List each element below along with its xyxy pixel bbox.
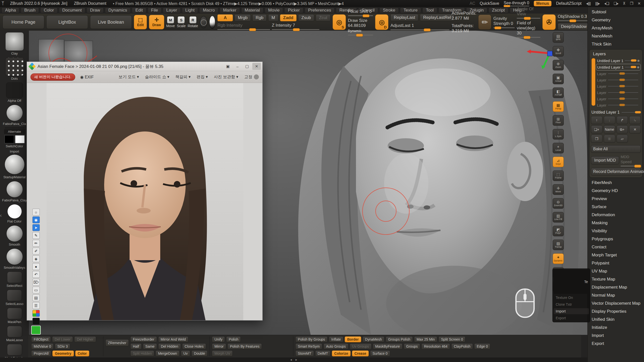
layer-branch-button[interactable]: ↳ bbox=[629, 116, 641, 124]
tool-palette-header[interactable]: Deformation bbox=[588, 211, 644, 219]
bottom-button[interactable]: Mirror And Weld bbox=[158, 336, 188, 342]
scroll-button[interactable]: ✥ Scroll bbox=[553, 46, 564, 57]
bottom-button[interactable]: Double bbox=[191, 350, 208, 356]
honeyview-window[interactable]: Asian Female Face > 2024-01-08 21 07 06.… bbox=[27, 62, 263, 321]
record-deformation-button[interactable]: Record Deformation Animation bbox=[591, 168, 641, 175]
tool-palette-header[interactable]: Geometry bbox=[588, 16, 644, 24]
ac-toggle[interactable]: AC bbox=[470, 1, 475, 6]
layer-row[interactable]: Layer ●◉ bbox=[596, 71, 641, 77]
bottom-button[interactable]: Unify bbox=[212, 336, 225, 342]
live-boolean-button[interactable]: Live Boolean bbox=[90, 15, 132, 29]
tool-palette-header[interactable]: Polygroups bbox=[588, 235, 644, 243]
brush-selectrect-thumb[interactable]: SelectRect bbox=[7, 272, 22, 288]
material-fabiopaiva-thumb[interactable]: FabioPaiva_Clay bbox=[2, 181, 27, 202]
tool-palette-header[interactable]: Morph Target bbox=[588, 251, 644, 259]
bpr-button[interactable]: ▤ BPR bbox=[553, 32, 564, 43]
material-sphere-icon[interactable] bbox=[209, 16, 215, 29]
tool-palette-header[interactable]: Display Properties bbox=[588, 307, 644, 315]
menus-button[interactable]: Menus bbox=[534, 1, 552, 6]
bottom-button[interactable]: Split Screen 0 bbox=[438, 336, 465, 342]
gravity-strength-slider[interactable]: Gravity Strength 0 bbox=[493, 16, 515, 28]
texture-fabiopaiva-thumb[interactable]: FabioPaiva_Cla bbox=[3, 105, 26, 126]
dock-right-icon[interactable]: ❏▸ bbox=[614, 1, 618, 6]
texture-flyout-item[interactable]: Clone Txtr bbox=[554, 301, 589, 307]
dynamic-label[interactable]: Dynamic bbox=[348, 29, 361, 33]
bottom-button[interactable]: Del Hidden bbox=[158, 343, 181, 349]
bottom-button[interactable]: DynaMesh bbox=[363, 336, 384, 342]
tool-palette-header[interactable]: UV Map bbox=[588, 267, 644, 275]
field-of-view-slider[interactable]: Field of view(deg) 30 bbox=[517, 21, 540, 38]
tray-divider-left-icon[interactable]: ◂|||| bbox=[586, 1, 591, 6]
tool-palette-header[interactable]: FiberMesh bbox=[588, 179, 644, 187]
menu-item[interactable]: File bbox=[148, 8, 162, 13]
menu-item[interactable]: Material bbox=[241, 8, 263, 13]
layer-name-slider[interactable]: Untitled Layer 1 bbox=[591, 110, 640, 115]
pencil-icon[interactable]: ✏ bbox=[32, 240, 40, 247]
layer-folder-button[interactable]: ▱ bbox=[617, 135, 628, 143]
alternate-button[interactable]: Alternate bbox=[4, 129, 25, 134]
bottom-button[interactable]: StoreMT bbox=[295, 350, 314, 356]
lightbox-button[interactable]: LightBox bbox=[46, 15, 88, 29]
tool-palette-header[interactable]: Preview bbox=[588, 195, 644, 203]
cursor-icon[interactable]: ➤ bbox=[32, 224, 40, 231]
menu-item[interactable]: Document bbox=[59, 8, 85, 13]
eraser-icon[interactable]: ⌦ bbox=[32, 279, 40, 286]
see-through-slider[interactable]: See-through 0 bbox=[504, 1, 529, 6]
m-button[interactable]: M bbox=[268, 14, 278, 21]
bottom-button[interactable]: Del Lower bbox=[52, 336, 73, 342]
tool-palette-header[interactable]: Initialize bbox=[588, 324, 644, 332]
tray-collapse-arrow[interactable]: ‹ bbox=[0, 212, 2, 218]
obj-shadow-slider[interactable]: ObjShadow 0.3 bbox=[558, 14, 590, 21]
menu-item[interactable]: Color bbox=[40, 8, 58, 13]
bottom-button[interactable]: Split Hidden bbox=[130, 350, 154, 356]
bottom-button[interactable]: Auto Groups bbox=[324, 343, 348, 349]
bottom-button[interactable]: Border bbox=[345, 336, 361, 342]
polyf-button[interactable]: ◩ PolyF bbox=[553, 226, 564, 236]
merge-down-button[interactable]: ❒ bbox=[591, 135, 602, 143]
menu-item[interactable]: Marker bbox=[220, 8, 240, 13]
transp-button[interactable]: ▨ Transp bbox=[553, 240, 564, 250]
zoom3d-button[interactable]: ⊖ Zoom3D bbox=[553, 198, 564, 209]
layer-name-button[interactable]: Name bbox=[604, 125, 615, 133]
dot-icon[interactable]: ● bbox=[32, 263, 40, 270]
import-mdd-button[interactable]: Import MDD bbox=[591, 156, 619, 164]
bottom-button[interactable]: Half bbox=[130, 343, 142, 349]
layer-up-button[interactable]: ↑ bbox=[591, 116, 602, 124]
bottom-button[interactable]: Polish bbox=[226, 336, 241, 342]
bottom-button[interactable]: Groups Polish bbox=[386, 336, 413, 342]
layer-redo-button[interactable]: ↱ bbox=[617, 116, 628, 124]
color-picker[interactable] bbox=[5, 128, 24, 128]
bottom-button[interactable]: MergeDown bbox=[155, 350, 179, 356]
menu-item[interactable]: Movie bbox=[265, 8, 283, 13]
window-restore-icon[interactable]: ❐ bbox=[630, 1, 633, 6]
marker-icon[interactable]: ✐ bbox=[32, 248, 40, 254]
undo-icon[interactable]: ↶ bbox=[32, 271, 40, 278]
mdd-speed-slider[interactable]: MDD Speed bbox=[621, 154, 641, 166]
menu-item[interactable]: Tool bbox=[422, 8, 437, 13]
pen-icon[interactable]: ✎ bbox=[32, 232, 40, 239]
menu-item[interactable]: Edit bbox=[132, 8, 146, 13]
z-intensity-slider[interactable]: Z Intensity 7 bbox=[272, 23, 319, 30]
layer-row[interactable]: Layer ●◉ bbox=[596, 102, 641, 108]
import-color-button[interactable]: Import bbox=[10, 150, 19, 153]
menu-item[interactable]: Draw bbox=[87, 8, 104, 13]
highlight-icon[interactable]: ☼ bbox=[32, 209, 40, 215]
material-current-thumb[interactable]: StartupMaterial bbox=[3, 154, 25, 179]
brush-selectlasso-thumb[interactable]: SelectLasso bbox=[6, 290, 23, 306]
bottom-button[interactable]: Crease bbox=[352, 350, 369, 356]
layer-eye-icon[interactable]: ◉ bbox=[637, 59, 640, 62]
quicksave-button[interactable]: QuickSave bbox=[480, 1, 499, 6]
lazy-mouse-pencil-button[interactable]: ✏ bbox=[478, 15, 491, 30]
tool-palette-header[interactable]: Displacement Map bbox=[588, 283, 644, 291]
tool-palette-header[interactable]: Contact bbox=[588, 243, 644, 251]
bottom-button[interactable]: Del Higher bbox=[74, 336, 96, 342]
brush-clay-thumb[interactable]: Clay bbox=[5, 32, 24, 55]
tool-palette-header[interactable]: Vector Displacement Map bbox=[588, 299, 644, 307]
focal-shift-slider[interactable]: Focal Shift 0 bbox=[348, 9, 373, 16]
material-flat-color-thumb[interactable]: Flat Color bbox=[7, 204, 22, 223]
brush-maskpen-thumb[interactable]: MaskPen bbox=[7, 308, 22, 324]
deep-shadow-button[interactable]: DeepShadow bbox=[558, 23, 590, 30]
bake-all-button[interactable]: Bake All bbox=[591, 145, 641, 153]
exif-button[interactable]: ◉ EXIF bbox=[80, 75, 94, 79]
zadd-button[interactable]: Zadd bbox=[280, 14, 297, 21]
